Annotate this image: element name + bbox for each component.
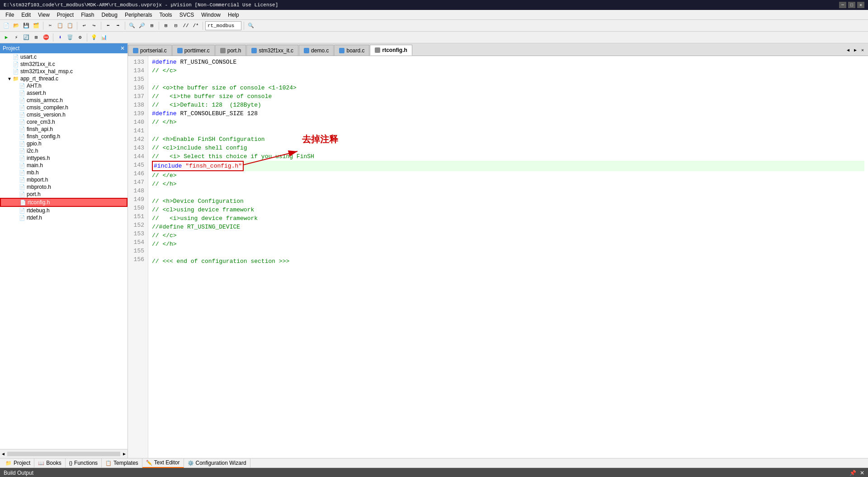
line-number-135: 135 (130, 75, 144, 84)
sidebar-scroll-left[interactable]: ◀ (0, 451, 6, 457)
close-button[interactable]: ✕ (857, 2, 864, 8)
sidebar-item-assert_h[interactable]: 📄assert.h (0, 89, 127, 97)
copy-btn[interactable]: 📋 (56, 21, 65, 30)
menu-tools[interactable]: Tools (156, 11, 176, 19)
tab-portserial[interactable]: portserial.c (128, 45, 172, 56)
sidebar-item-rtdebug_h[interactable]: 📄rtdebug.h (0, 207, 127, 214)
sidebar-close-btn[interactable]: ✕ (120, 45, 125, 51)
open-file-btn[interactable]: 📂 (12, 21, 21, 30)
batch-build-btn[interactable]: ⊞ (32, 33, 41, 42)
build-btn[interactable]: ⚡ (12, 33, 21, 42)
magnify-btn[interactable]: 🔍 (246, 21, 255, 30)
tab-stm32it[interactable]: stm32f1xx_it.c (246, 45, 298, 56)
find-ref-btn[interactable]: ⊞ (147, 21, 156, 30)
tree-filename: i2c.h (27, 148, 38, 154)
menu-flash[interactable]: Flash (77, 11, 98, 19)
code-line-136: // <o>the buffer size of console <1-1024… (152, 84, 864, 92)
bottom-tab-project[interactable]: 📁 Project (2, 458, 34, 468)
tab-porttimer[interactable]: porttimer.c (172, 45, 215, 56)
menu-debug[interactable]: Debug (98, 11, 121, 19)
sidebar-item-mbport_h[interactable]: 📄mbport.h (0, 176, 127, 183)
sidebar-item-inttypes_h[interactable]: 📄inttypes.h (0, 154, 127, 162)
code-editor[interactable]: 1331341351361371381391401411421431441451… (128, 56, 868, 458)
bottom-tab-configwizard[interactable]: ⚙️ Configuration Wizard (184, 458, 250, 468)
erase-btn[interactable]: 🗑️ (66, 33, 75, 42)
uncomment-btn[interactable]: /* (191, 21, 200, 30)
tree-filename: finsh_config.h (27, 133, 60, 140)
undo-btn[interactable]: ↩️ (80, 21, 89, 30)
sidebar-item-core_cm3_h[interactable]: 📄core_cm3.h (0, 118, 127, 126)
sidebar-item-usart_c[interactable]: 📄usart.c (0, 53, 127, 61)
sidebar-item-i2c_h[interactable]: 📄i2c.h (0, 147, 127, 154)
tab-porth[interactable]: port.h (215, 45, 246, 56)
rebuild-btn[interactable]: 🔄 (22, 33, 31, 42)
sidebar-item-cmsis_armcc_h[interactable]: 📄cmsis_armcc.h (0, 97, 127, 104)
tab-nav-left[interactable]: ◀ (844, 45, 852, 56)
save-btn[interactable]: 💾 (22, 21, 31, 30)
sidebar-item-finsh_config_h[interactable]: 📄finsh_config.h (0, 133, 127, 140)
minimize-button[interactable]: ─ (839, 2, 846, 8)
bottom-tab-books[interactable]: 📖 Books (34, 458, 65, 468)
new-file-btn[interactable]: 📄 (2, 21, 11, 30)
build-output-pin[interactable]: 📌 (849, 470, 856, 476)
code-content[interactable]: #define RT_USING_CONSOLE// </c>// <o>the… (148, 56, 868, 458)
tab-board[interactable]: board.c (334, 45, 369, 56)
line-number-156: 156 (130, 255, 144, 264)
debug-mode-btn[interactable]: ▶ (2, 33, 11, 42)
indent-btn[interactable]: ⊞ (161, 21, 170, 30)
maximize-button[interactable]: □ (848, 2, 855, 8)
line-number-146: 146 (130, 169, 144, 178)
download-btn[interactable]: ⬇ (56, 33, 65, 42)
sidebar-item-stm32f1xx_hal_msp_c[interactable]: 📄stm32f1xx_hal_msp.c (0, 68, 127, 75)
build-output-close[interactable]: ✕ (860, 470, 864, 476)
sidebar-item-AHT_h[interactable]: 📄AHT.h (0, 82, 127, 89)
menu-view[interactable]: View (34, 11, 53, 19)
menu-svcs[interactable]: SVCS (176, 11, 198, 19)
sidebar-item-gpio_h[interactable]: 📄gpio.h (0, 140, 127, 147)
menu-window[interactable]: Window (198, 11, 224, 19)
options-btn[interactable]: ⚙️ (75, 33, 85, 42)
target-select[interactable]: rt_modbus (205, 21, 241, 30)
sidebar-item-cmsis_version_h[interactable]: 📄cmsis_version.h (0, 111, 127, 118)
sidebar-item-cmsis_compiler_h[interactable]: 📄cmsis_compiler.h (0, 104, 127, 111)
sidebar-scroll-right[interactable]: ▶ (121, 451, 127, 457)
sidebar-item-rtconfig_h[interactable]: 📄rtconfig.h (0, 198, 127, 207)
sidebar-item-app_rt_thread_c[interactable]: ▼📁app_rt_thread.c (0, 75, 127, 82)
sidebar-item-rtdef_h[interactable]: 📄rtdef.h (0, 214, 127, 221)
tab-rtconfig[interactable]: rtconfig.h (370, 45, 412, 56)
tab-demo[interactable]: demo.c (299, 45, 334, 56)
simulator-btn[interactable]: 💡 (90, 33, 99, 42)
redo-btn[interactable]: ↪️ (90, 21, 99, 30)
find-btn[interactable]: 🔍 (127, 21, 137, 30)
sidebar-item-finsh_api_h[interactable]: 📄finsh_api.h (0, 126, 127, 133)
menu-edit[interactable]: Edit (18, 11, 34, 19)
code-comment: // </c> (152, 67, 177, 74)
tab-nav-right[interactable]: ▶ (852, 45, 859, 56)
menu-help[interactable]: Help (224, 11, 243, 19)
nav-fwd-btn[interactable]: ➡ (113, 21, 123, 30)
sidebar-item-port_h[interactable]: 📄port.h (0, 191, 127, 198)
bottom-tab-texteditor[interactable]: ✏️ Text Editor (142, 458, 184, 468)
save-all-btn[interactable]: 🗂️ (32, 21, 41, 30)
tab-close-btn[interactable]: ✕ (859, 45, 866, 56)
sidebar-item-mbproto_h[interactable]: 📄mbproto.h (0, 183, 127, 191)
sidebar-item-mb_h[interactable]: 📄mb.h (0, 169, 127, 176)
menu-project[interactable]: Project (53, 11, 77, 19)
tree-filename: stm32f1xx_hal_msp.c (20, 68, 73, 75)
comment-btn[interactable]: // (181, 21, 190, 30)
stop-build-btn[interactable]: ⛔ (42, 33, 51, 42)
cut-btn[interactable]: ✂️ (46, 21, 55, 30)
sidebar-item-main_h[interactable]: 📄main.h (0, 162, 127, 169)
unindent-btn[interactable]: ⊟ (171, 21, 180, 30)
menu-file[interactable]: File (2, 11, 18, 19)
paste-btn[interactable]: 📋 (66, 21, 75, 30)
bottom-tab-functions[interactable]: {} Functions (66, 458, 102, 468)
find-in-files-btn[interactable]: 🔎 (137, 21, 146, 30)
expand-icon[interactable]: ▼ (6, 76, 13, 81)
toolbar-extra1[interactable]: 📊 (99, 33, 108, 42)
menu-peripherals[interactable]: Peripherals (121, 11, 156, 19)
sidebar-scrollbar[interactable] (7, 452, 120, 456)
nav-back-btn[interactable]: ⬅ (104, 21, 113, 30)
sidebar-item-stm32f1xx_it_c[interactable]: 📄stm32f1xx_it.c (0, 61, 127, 68)
bottom-tab-templates[interactable]: 📋 Templates (102, 458, 142, 468)
